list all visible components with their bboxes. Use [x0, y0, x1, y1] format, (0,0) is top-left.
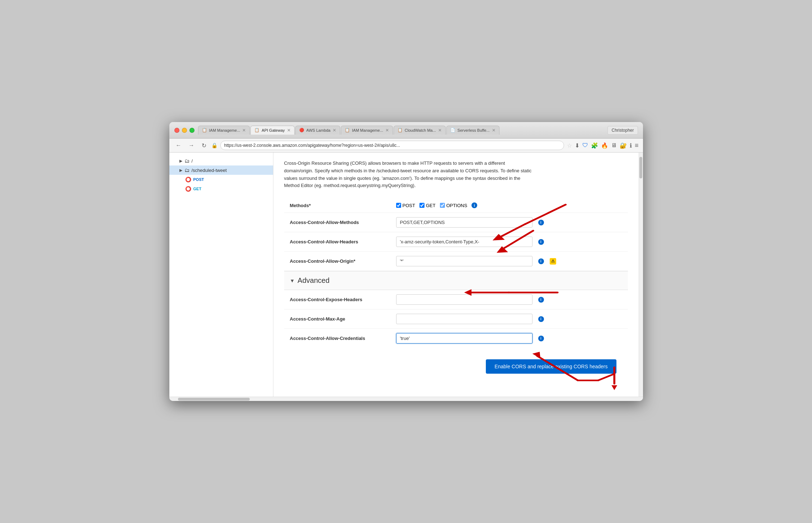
max-age-input[interactable] — [396, 314, 532, 324]
post-checkbox[interactable] — [396, 203, 401, 208]
methods-checkboxes: POST GET OPTIONS i — [396, 202, 478, 208]
minimize-button[interactable] — [182, 128, 187, 133]
sidebar-item-get[interactable]: ⭕ GET — [169, 184, 273, 193]
tab-label-serverless: Serverless Buffe... — [457, 128, 490, 132]
method-post-check[interactable]: POST — [396, 203, 415, 208]
tab-close-lambda[interactable]: ✕ — [333, 128, 336, 133]
scheduled-icon: 🗂 — [184, 167, 189, 173]
tab-close-iam2[interactable]: ✕ — [385, 128, 389, 133]
allow-origin-row: Access-Control-Allow-Origin* i ⚠ — [284, 252, 628, 271]
allow-credentials-info-icon[interactable]: i — [538, 336, 544, 341]
allow-credentials-input[interactable] — [396, 333, 532, 344]
root-icon: 🗂 — [184, 158, 189, 164]
post-method-label: POST — [193, 177, 204, 182]
methods-info-icon[interactable]: i — [471, 202, 477, 208]
scrollbar[interactable] — [639, 153, 643, 397]
shield-icon[interactable]: 🛡 — [582, 142, 588, 149]
allow-origin-info-icon[interactable]: i — [538, 258, 544, 264]
back-button[interactable]: ← — [174, 141, 184, 149]
allow-origin-warn-icon: ⚠ — [550, 258, 556, 265]
tabs-bar: 📋 IAM Manageme... ✕ 📋 API Gateway ✕ 🔴 AW… — [198, 126, 604, 135]
tab-label-cloudwatch: CloudWatch Ma... — [405, 128, 436, 132]
tab-favicon-iam2: 📋 — [345, 128, 350, 133]
get-checkbox[interactable] — [419, 203, 424, 208]
allow-methods-row: Access-Control-Allow-Methods i — [284, 213, 628, 232]
content-area: ▶ 🗂 / ▶ 🗂 /scheduled-tweet ⭕ POST ⭕ GET … — [169, 153, 643, 397]
tab-label-api: API Gateway — [262, 128, 285, 132]
allow-methods-info-icon[interactable]: i — [538, 220, 544, 225]
options-checkbox[interactable] — [440, 203, 445, 208]
method-get-check[interactable]: GET — [419, 203, 436, 208]
tree-toggle-root[interactable]: ▶ — [179, 159, 182, 163]
advanced-section: Access-Control-Expose-Headers i Access-C… — [284, 290, 628, 348]
allow-methods-input[interactable] — [396, 217, 532, 228]
tab-favicon-api: 📋 — [254, 128, 259, 133]
tab-iam2[interactable]: 📋 IAM Manageme... ✕ — [341, 126, 393, 135]
nav-bar: ← → ↻ 🔒 ☆ ⬇ 🛡 🧩 🔥 🖥 🔐 ℹ ≡ — [169, 139, 643, 153]
bottom-scrollbar-thumb[interactable] — [178, 398, 250, 401]
tab-lambda[interactable]: 🔴 AWS Lambda ✕ — [295, 126, 340, 135]
bookmark-icon[interactable]: ☆ — [567, 142, 572, 149]
max-age-row: Access-Control-Max-Age i — [284, 309, 628, 329]
get-icon: ⭕ — [185, 186, 191, 192]
allow-headers-input[interactable] — [396, 237, 532, 247]
tab-favicon-cloudwatch: 📋 — [398, 128, 403, 133]
screen-icon[interactable]: 🖥 — [611, 142, 617, 149]
allow-origin-label: Access-Control-Allow-Origin* — [290, 258, 390, 264]
browser-window: 📋 IAM Manageme... ✕ 📋 API Gateway ✕ 🔴 AW… — [169, 122, 643, 401]
info-nav-icon[interactable]: ℹ — [630, 142, 632, 149]
options-check-label: OPTIONS — [446, 203, 468, 208]
get-check-label: GET — [426, 203, 436, 208]
allow-credentials-label: Access-Control-Allow-Credentials — [290, 336, 390, 341]
tab-favicon-iam1: 📋 — [202, 128, 207, 133]
tab-close-iam1[interactable]: ✕ — [242, 128, 246, 133]
scheduled-tweet-label: /scheduled-tweet — [192, 168, 227, 173]
extension-icon2[interactable]: 🔥 — [601, 142, 608, 149]
extension-icon1[interactable]: 🧩 — [591, 142, 598, 149]
lock-icon[interactable]: 🔐 — [620, 142, 627, 149]
forward-button[interactable]: → — [187, 141, 197, 149]
user-profile[interactable]: Christopher — [607, 126, 638, 135]
root-label: / — [192, 158, 193, 164]
close-button[interactable] — [174, 128, 179, 133]
max-age-label: Access-Control-Max-Age — [290, 316, 390, 322]
tab-label-lambda: AWS Lambda — [306, 128, 330, 132]
tab-iam1[interactable]: 📋 IAM Manageme... ✕ — [198, 126, 250, 135]
maximize-button[interactable] — [189, 128, 194, 133]
menu-icon[interactable]: ≡ — [635, 142, 639, 149]
expose-headers-info-icon[interactable]: i — [538, 297, 544, 303]
tab-close-cloudwatch[interactable]: ✕ — [438, 128, 442, 133]
tab-api-gateway[interactable]: 📋 API Gateway ✕ — [250, 126, 294, 135]
sidebar: ▶ 🗂 / ▶ 🗂 /scheduled-tweet ⭕ POST ⭕ GET — [169, 153, 273, 397]
svg-marker-13 — [611, 385, 617, 390]
reload-button[interactable]: ↻ — [200, 141, 208, 150]
advanced-chevron-icon: ▼ — [290, 278, 295, 284]
url-input[interactable] — [220, 141, 564, 150]
sidebar-item-scheduled-tweet[interactable]: ▶ 🗂 /scheduled-tweet — [169, 165, 273, 175]
nav-icons: ⬇ 🛡 🧩 🔥 🖥 🔐 ℹ ≡ — [575, 142, 639, 149]
tab-serverless[interactable]: 📄 Serverless Buffe... ✕ — [446, 126, 499, 135]
enable-cors-button[interactable]: Enable CORS and replace existing CORS he… — [486, 359, 616, 374]
allow-origin-input[interactable] — [396, 256, 532, 266]
tab-cloudwatch[interactable]: 📋 CloudWatch Ma... ✕ — [394, 126, 446, 135]
post-icon: ⭕ — [185, 177, 191, 182]
sidebar-item-root[interactable]: ▶ 🗂 / — [169, 156, 273, 165]
scrollbar-thumb[interactable] — [639, 157, 642, 178]
allow-credentials-row: Access-Control-Allow-Credentials i — [284, 329, 628, 348]
allow-methods-label: Access-Control-Allow-Methods — [290, 220, 390, 225]
advanced-section-header[interactable]: ▼ Advanced — [284, 271, 628, 290]
secure-icon: 🔒 — [211, 143, 217, 148]
max-age-info-icon[interactable]: i — [538, 316, 544, 322]
tree-toggle-scheduled[interactable]: ▶ — [179, 168, 182, 173]
main-panel: Cross-Origin Resource Sharing (CORS) all… — [273, 153, 639, 397]
sidebar-item-post[interactable]: ⭕ POST — [169, 175, 273, 184]
pocket-icon[interactable]: ⬇ — [575, 142, 579, 149]
method-options-check[interactable]: OPTIONS — [440, 203, 468, 208]
allow-headers-info-icon[interactable]: i — [538, 239, 544, 245]
title-bar: 📋 IAM Manageme... ✕ 📋 API Gateway ✕ 🔴 AW… — [169, 122, 643, 139]
expose-headers-input[interactable] — [396, 294, 532, 305]
bottom-scrollbar[interactable] — [169, 397, 643, 401]
tab-favicon-serverless: 📄 — [450, 128, 455, 133]
tab-close-serverless[interactable]: ✕ — [492, 128, 496, 133]
tab-close-api[interactable]: ✕ — [287, 128, 291, 133]
